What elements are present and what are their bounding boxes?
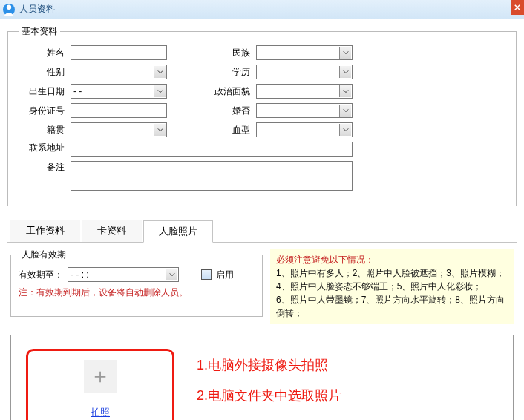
face-validity-legend: 人脸有效期 — [19, 249, 69, 261]
chevron-down-icon — [166, 269, 177, 280]
window-titlebar: 人员资料 — [0, 0, 524, 19]
input-idno[interactable] — [71, 103, 167, 118]
basic-info-group: 基本资料 姓名 民族 性别 学历 出生日期 - - 政治面貌 身份证号 婚否 籍… — [7, 25, 517, 206]
close-icon — [514, 4, 520, 10]
warnings-line: 4、照片中人脸姿态不够端正；5、照片中人化彩妆； — [276, 280, 508, 293]
chevron-down-icon — [339, 105, 351, 117]
label-native: 籍贯 — [19, 124, 71, 137]
chevron-down-icon — [339, 124, 351, 136]
select-marriage[interactable] — [256, 103, 353, 118]
tab-face[interactable]: 人脸照片 — [143, 220, 213, 243]
select-ethnic[interactable] — [256, 45, 353, 60]
label-marriage: 婚否 — [167, 105, 256, 117]
select-blood[interactable] — [256, 122, 353, 137]
label-blood: 血型 — [167, 124, 256, 137]
svg-point-0 — [7, 4, 11, 9]
close-button[interactable] — [511, 0, 524, 15]
add-photo-placeholder[interactable]: ＋ — [84, 360, 117, 393]
face-validity-group: 人脸有效期 有效期至： - - : : 启用 注：有效期到期后，设备将自动删除人… — [10, 249, 263, 317]
label-ethnic: 民族 — [167, 47, 256, 59]
select-gender[interactable] — [71, 65, 167, 79]
basic-info-legend: 基本资料 — [19, 25, 60, 38]
tab-work[interactable]: 工作资料 — [10, 220, 80, 242]
select-native[interactable] — [71, 122, 167, 137]
label-remark: 备注 — [19, 161, 71, 191]
tab-card[interactable]: 卡资料 — [82, 220, 142, 242]
select-edu[interactable] — [256, 65, 353, 79]
annotation-line: 1.电脑外接摄像头拍照 — [197, 350, 341, 381]
input-addr[interactable] — [71, 142, 353, 157]
photo-area: ＋ 拍照 从文件选取... 从设备注册... 1.电脑外接摄像头拍照 2.电脑文… — [10, 335, 514, 420]
chevron-down-icon — [154, 124, 166, 136]
tab-panel-face: 人脸有效期 有效期至： - - : : 启用 注：有效期到期后，设备将自动删除人… — [7, 243, 517, 420]
warnings-head: 必须注意避免以下情况： — [276, 253, 508, 266]
label-birth: 出生日期 — [19, 85, 71, 98]
label-idno: 身份证号 — [19, 105, 71, 117]
window-title: 人员资料 — [19, 3, 55, 16]
label-edu: 学历 — [167, 66, 256, 79]
input-name[interactable] — [71, 45, 167, 60]
label-name: 姓名 — [19, 47, 71, 59]
annotation-line: 3.通过人脸识别设备拍照 — [197, 412, 341, 420]
select-politics[interactable] — [256, 84, 353, 99]
input-remark[interactable] — [71, 161, 353, 191]
link-shoot[interactable]: 拍照 — [36, 406, 165, 419]
checkbox-enable[interactable] — [201, 269, 212, 280]
label-gender: 性别 — [19, 66, 71, 79]
chevron-down-icon — [339, 47, 351, 59]
chevron-down-icon — [339, 66, 351, 78]
label-enable: 启用 — [216, 269, 234, 281]
label-politics: 政治面貌 — [167, 85, 256, 98]
tabs: 工作资料 卡资料 人脸照片 — [7, 220, 517, 243]
chevron-down-icon — [154, 85, 166, 97]
annotation-line: 2.电脑文件夹中选取照片 — [197, 381, 341, 411]
warnings-line: 1、照片中有多人；2、照片中人脸被遮挡；3、照片模糊； — [276, 266, 508, 280]
validity-note: 注：有效期到期后，设备将自动删除人员。 — [19, 286, 255, 299]
chevron-down-icon — [339, 85, 351, 97]
person-icon — [3, 4, 15, 16]
input-birthdate[interactable]: - - — [71, 84, 167, 99]
warnings-line: 6、照片中人带墨镜；7、照片方向水平旋转；8、照片方向倒转； — [276, 293, 508, 320]
label-addr: 联系地址 — [19, 142, 71, 157]
photo-annotations: 1.电脑外接摄像头拍照 2.电脑文件夹中选取照片 3.通过人脸识别设备拍照 — [197, 349, 341, 420]
chevron-down-icon — [154, 66, 166, 78]
label-until: 有效期至： — [19, 269, 63, 281]
plus-icon: ＋ — [90, 362, 111, 390]
photo-actions-highlight: ＋ 拍照 从文件选取... 从设备注册... — [26, 349, 174, 420]
input-valid-until[interactable]: - - : : — [68, 267, 179, 282]
warnings-box: 必须注意避免以下情况： 1、照片中有多人；2、照片中人脸被遮挡；3、照片模糊； … — [270, 249, 514, 324]
